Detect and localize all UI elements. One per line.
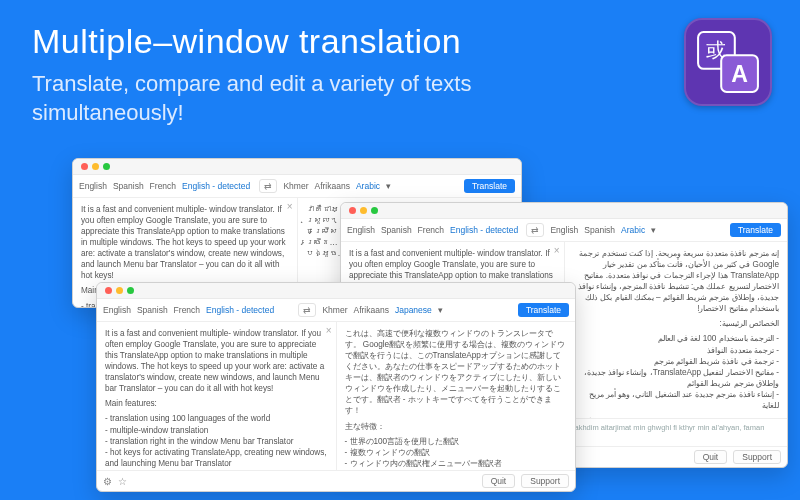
tab-french[interactable]: French	[150, 179, 176, 193]
ja-features: 世界の100言語を使用した翻訳 複数ウィンドウの翻訳 ウィンドウ内の翻訳権メニュ…	[345, 436, 568, 470]
minimize-dot[interactable]	[92, 163, 99, 170]
source-lang-tabs: English Spanish French English - detecte…	[79, 179, 253, 193]
source-text: It is a fast and convenient multiple- wi…	[81, 204, 289, 281]
translate-button[interactable]: Translate	[730, 223, 781, 237]
quit-button[interactable]: Quit	[694, 450, 728, 464]
tab-spanish[interactable]: Spanish	[113, 179, 144, 193]
tab-japanese[interactable]: Japanese	[395, 303, 432, 317]
tab-french[interactable]: French	[174, 303, 200, 317]
tab-english-t[interactable]: English	[550, 223, 578, 237]
tab-detected[interactable]: English - detected	[182, 179, 250, 193]
tab-afrikaans[interactable]: Afrikaans	[353, 303, 388, 317]
swap-languages-button[interactable]: ⇄	[259, 179, 277, 193]
tab-detected[interactable]: English - detected	[450, 223, 518, 237]
swap-languages-button[interactable]: ⇄	[526, 223, 544, 237]
close-dot[interactable]	[81, 163, 88, 170]
clear-source-icon[interactable]: ×	[326, 324, 332, 338]
tab-khmer[interactable]: Khmer	[283, 179, 308, 193]
features-heading: Main features:	[105, 398, 328, 409]
close-dot[interactable]	[105, 287, 112, 294]
source-pane[interactable]: × It is a fast and convenient multiple- …	[97, 322, 336, 470]
tab-detected[interactable]: English - detected	[206, 303, 274, 317]
translate-button[interactable]: Translate	[518, 303, 569, 317]
close-dot[interactable]	[349, 207, 356, 214]
clear-source-icon[interactable]: ×	[554, 244, 560, 258]
tab-english[interactable]: English	[347, 223, 375, 237]
zoom-dot[interactable]	[127, 287, 134, 294]
quit-button[interactable]: Quit	[482, 474, 516, 488]
tab-spanish[interactable]: Spanish	[137, 303, 168, 317]
titlebar[interactable]	[97, 283, 575, 299]
source-lang-tabs: English Spanish French English - detecte…	[103, 303, 292, 317]
tab-khmer[interactable]: Khmer	[322, 303, 347, 317]
clear-source-icon[interactable]: ×	[287, 200, 293, 214]
target-lang-tabs: Khmer Afrikaans Japanese ▾	[322, 303, 511, 317]
tab-english[interactable]: English	[79, 179, 107, 193]
swap-languages-button[interactable]: ⇄	[298, 303, 316, 317]
features-list: translation using 100 languages of the w…	[105, 413, 328, 470]
arabic-heading: الخصائص الرئيسية:	[573, 318, 780, 329]
minimize-dot[interactable]	[116, 287, 123, 294]
share-icon[interactable]: ⇪	[586, 415, 594, 418]
target-pane-japanese[interactable]: これは、高速で便利な複数ウィンドウのトランスレータです。 Google翻訳を頻繁…	[336, 322, 576, 470]
tab-french[interactable]: French	[418, 223, 444, 237]
zoom-dot[interactable]	[371, 207, 378, 214]
tab-english[interactable]: English	[103, 303, 131, 317]
minimize-dot[interactable]	[360, 207, 367, 214]
ja-heading: 主な特徴：	[345, 421, 568, 432]
support-button[interactable]: Support	[521, 474, 569, 488]
lang-dropdown-icon[interactable]: ▾	[386, 179, 391, 193]
icon-glyph-latin: A	[731, 61, 748, 87]
support-button[interactable]: Support	[733, 450, 781, 464]
tab-arabic[interactable]: Arabic	[621, 223, 645, 237]
arabic-output: إنه مترجم نافذة متعددة سريعة ومريحة. إذا…	[573, 248, 780, 314]
translate-button[interactable]: Translate	[464, 179, 515, 193]
arabic-features: الترجمة باستخدام 100 لغة في العالم ترجمة…	[573, 333, 780, 410]
zoom-dot[interactable]	[103, 163, 110, 170]
source-lang-tabs: English Spanish French English - detecte…	[347, 223, 520, 237]
translator-window-3: English Spanish French English - detecte…	[96, 282, 576, 492]
tab-spanish[interactable]: Spanish	[381, 223, 412, 237]
speaker-icon[interactable]: 🔉	[600, 415, 612, 418]
lang-dropdown-icon[interactable]: ▾	[438, 303, 443, 317]
tab-arabic[interactable]: Arabic	[356, 179, 380, 193]
source-text: It is a fast and convenient multiple- wi…	[105, 328, 328, 394]
tab-spanish-t[interactable]: Spanish	[584, 223, 615, 237]
lang-dropdown-icon[interactable]: ▾	[651, 223, 656, 237]
titlebar[interactable]	[341, 203, 787, 219]
target-lang-tabs: Khmer Afrikaans Arabic ▾	[283, 179, 457, 193]
settings-icon[interactable]: ⚙	[103, 476, 112, 487]
hero-subtitle: Translate, compare and edit a variety of…	[32, 70, 592, 127]
ja-output: これは、高速で便利な複数ウィンドウのトランスレータです。 Google翻訳を頻繁…	[345, 328, 568, 417]
hero-title: Multiple–window translation	[32, 22, 461, 61]
target-pane-arabic[interactable]: إنه مترجم نافذة متعددة سريعة ومريحة. إذا…	[564, 242, 788, 418]
tab-afrikaans[interactable]: Afrikaans	[314, 179, 349, 193]
app-icon: 或 A	[684, 18, 772, 106]
target-lang-tabs: English Spanish Arabic ▾	[550, 223, 723, 237]
favorite-icon[interactable]: ☆	[118, 476, 127, 487]
titlebar[interactable]	[73, 159, 521, 175]
